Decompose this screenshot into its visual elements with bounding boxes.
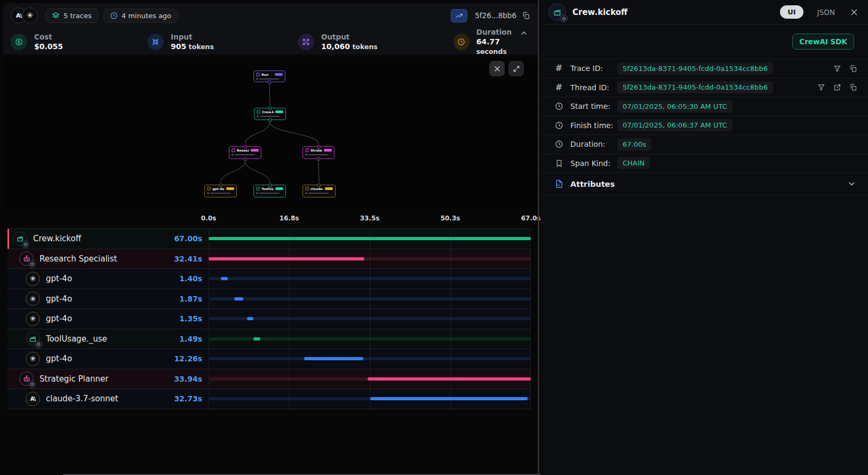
span-name: gpt-4o bbox=[46, 274, 72, 283]
field-value[interactable]: 5f2613da-8371-9405-fcdd-0a1534cc8bb6 bbox=[617, 81, 773, 93]
metric-value: 64.77 seconds bbox=[476, 37, 530, 57]
span-track bbox=[209, 317, 530, 320]
node-output-handle[interactable] bbox=[268, 118, 272, 122]
graph-node-claude[interactable]: claude-3.7-sonnet bbox=[302, 185, 336, 197]
arrows-in-icon bbox=[147, 34, 164, 50]
node-title: ToolUsage._use bbox=[261, 187, 274, 191]
node-input-handle[interactable] bbox=[244, 145, 247, 148]
trace-graph: Run Crew.kickoff Research Speciali… Stra… bbox=[3, 58, 538, 209]
tab-json[interactable]: JSON bbox=[817, 8, 835, 17]
node-badge bbox=[275, 110, 283, 113]
field-value[interactable]: CHAIN bbox=[617, 157, 650, 169]
sdk-badge[interactable]: CrewAI SDK bbox=[792, 34, 854, 50]
node-output-handle[interactable] bbox=[244, 157, 247, 161]
attributes-chevron[interactable] bbox=[847, 179, 856, 188]
node-input-handle[interactable] bbox=[268, 184, 272, 187]
field-label: Thread ID: bbox=[570, 83, 617, 92]
field-label: Duration: bbox=[570, 140, 617, 148]
span-bar[interactable] bbox=[370, 397, 528, 400]
attributes-label: Attributes bbox=[570, 180, 847, 188]
graph-expand-button[interactable] bbox=[508, 61, 524, 76]
node-badge bbox=[275, 187, 283, 190]
node-input-handle[interactable] bbox=[268, 107, 272, 110]
timeline-row[interactable]: A\ claude-3.7-sonnet 32.73s bbox=[7, 389, 531, 409]
node-subtext bbox=[305, 192, 333, 194]
field-value[interactable]: 67.00s bbox=[617, 138, 651, 151]
node-title: Crew.kickoff bbox=[262, 110, 274, 114]
metric: Cost $0.055 bbox=[11, 28, 147, 56]
timeline-row[interactable]: ✳ gpt-4o 1.87s bbox=[7, 289, 531, 310]
metric-label: Input bbox=[171, 33, 214, 42]
span-name: gpt-4o bbox=[46, 294, 72, 304]
clock-icon bbox=[110, 12, 118, 20]
timeline-row[interactable]: Crew.kickoff 67.00s bbox=[7, 229, 531, 249]
copy-icon bbox=[522, 11, 530, 20]
span-name: Crew.kickoff bbox=[33, 234, 81, 243]
span-bar[interactable] bbox=[209, 257, 364, 260]
vertical-scrollbar[interactable] bbox=[538, 0, 539, 475]
timeline-row[interactable]: Strategic Planner 33.94s bbox=[7, 369, 531, 390]
filter-icon[interactable] bbox=[817, 83, 825, 91]
detail-field: Span Kind: CHAIN bbox=[541, 154, 868, 173]
node-title: claude-3.7-sonnet bbox=[310, 187, 323, 191]
graph-node-tool[interactable]: ToolUsage._use bbox=[253, 185, 286, 197]
node-type-icon bbox=[305, 148, 309, 152]
agent-icon bbox=[19, 251, 34, 266]
field-value[interactable]: 5f2613da-8371-9405-fcdd-0a1534cc8bb6 bbox=[617, 62, 773, 75]
filter-icon[interactable] bbox=[833, 65, 841, 73]
span-bar[interactable] bbox=[209, 237, 531, 240]
node-type-icon bbox=[256, 73, 260, 76]
node-input-handle[interactable] bbox=[317, 184, 321, 187]
field-label: Span Kind: bbox=[570, 159, 617, 168]
traces-count-badge[interactable]: 5 traces bbox=[45, 9, 98, 23]
node-type-icon bbox=[305, 187, 309, 191]
graph-node-gpt4o[interactable]: gpt-4o bbox=[204, 185, 237, 197]
copy-icon[interactable] bbox=[849, 83, 857, 91]
chevron-down-icon bbox=[847, 179, 856, 188]
timeline-row[interactable]: ✳ gpt-4o 12.26s bbox=[7, 349, 531, 369]
timeline-row[interactable]: ToolUsage._use 1.49s bbox=[7, 329, 531, 350]
detail-field: Start time: 07/01/2025, 06:05:30 AM UTC bbox=[541, 97, 868, 116]
span-bar[interactable] bbox=[221, 277, 228, 280]
node-input-handle[interactable] bbox=[317, 145, 320, 148]
span-name: gpt-4o bbox=[46, 314, 72, 323]
graph-node-strategic[interactable]: Strategic Planner bbox=[302, 146, 335, 159]
timeline-row[interactable]: ✳ gpt-4o 1.40s bbox=[7, 269, 531, 289]
trend-icon-button[interactable] bbox=[451, 9, 467, 22]
attributes-section-header[interactable]: Attributes bbox=[541, 173, 868, 195]
node-output-handle[interactable] bbox=[268, 81, 271, 84]
trace-header: A\ ✳ 5 traces 4 minutes ago 5f26...8bb6 bbox=[3, 3, 538, 54]
collapse-metrics-button[interactable] bbox=[520, 29, 528, 37]
timeline-row[interactable]: ✳ gpt-4o 1.35s bbox=[7, 309, 531, 329]
panel-close-button[interactable] bbox=[850, 8, 858, 17]
agent-icon bbox=[19, 371, 34, 386]
span-name: gpt-4o bbox=[46, 354, 72, 363]
node-type-icon bbox=[207, 187, 211, 191]
span-track bbox=[209, 297, 530, 300]
span-bar[interactable] bbox=[234, 297, 243, 300]
graph-close-button[interactable] bbox=[489, 61, 505, 76]
gauge-subicon bbox=[35, 341, 42, 348]
span-duration: 12.26s bbox=[174, 354, 202, 363]
field-value[interactable]: 07/01/2025, 06:06:37 AM UTC bbox=[617, 119, 732, 131]
node-input-handle[interactable] bbox=[219, 184, 222, 187]
time-ago-badge[interactable]: 4 minutes ago bbox=[103, 9, 178, 23]
copy-icon[interactable] bbox=[849, 65, 857, 73]
copy-trace-id-button[interactable] bbox=[522, 11, 530, 20]
external-link-icon[interactable] bbox=[833, 83, 841, 91]
graph-node-crew[interactable]: Crew.kickoff bbox=[254, 108, 286, 120]
field-label: Start time: bbox=[570, 102, 617, 110]
timeline-row[interactable]: Research Specialist 32.41s bbox=[7, 249, 531, 270]
panel-header: Crew.kickoff UI JSON bbox=[541, 0, 868, 25]
crew-icon bbox=[548, 3, 566, 21]
span-bar[interactable] bbox=[304, 357, 363, 360]
tab-ui[interactable]: UI bbox=[780, 5, 803, 19]
span-duration: 1.35s bbox=[179, 314, 202, 323]
span-bar[interactable] bbox=[253, 337, 260, 341]
graph-node-run[interactable]: Run bbox=[253, 70, 285, 82]
graph-node-research[interactable]: Research Speciali… bbox=[229, 146, 261, 159]
field-value[interactable]: 07/01/2025, 06:05:30 AM UTC bbox=[617, 100, 732, 113]
span-bar[interactable] bbox=[368, 377, 531, 381]
node-output-handle[interactable] bbox=[317, 157, 320, 161]
span-bar[interactable] bbox=[247, 317, 253, 320]
